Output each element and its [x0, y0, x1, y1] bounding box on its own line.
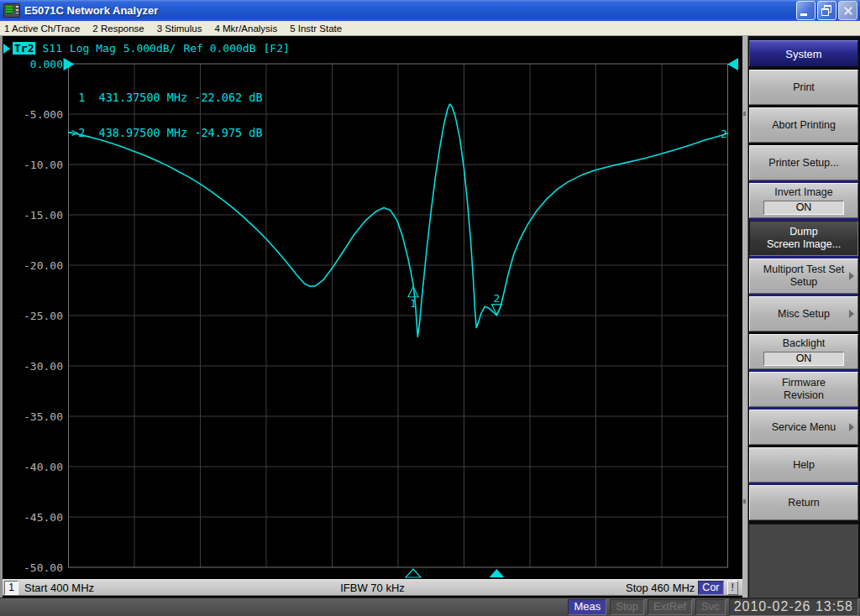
trace-name-badge[interactable]: Tr2 — [13, 42, 35, 55]
svg-text:-30.00: -30.00 — [24, 360, 63, 373]
softkey-return[interactable]: Return — [749, 485, 858, 520]
softkey-abort-printing[interactable]: Abort Printing — [749, 107, 858, 143]
channel-number-badge: 1 — [4, 581, 18, 595]
softkey-printer-setup[interactable]: Printer Setup... — [749, 145, 858, 180]
svg-text:-40.00: -40.00 — [24, 461, 63, 473]
softkey-help[interactable]: Help — [749, 447, 858, 483]
marker-row-1: 1431.37500 MHz-22.062 dB — [71, 91, 263, 103]
trace-format[interactable]: Log Mag — [70, 42, 116, 55]
window-controls — [796, 1, 857, 20]
status-clock: 2010-02-26 13:58 — [729, 598, 858, 616]
trace-channel: [F2] — [263, 42, 289, 55]
softkey-column: System Print Abort Printing Printer Setu… — [748, 36, 860, 598]
svg-text:2: 2 — [494, 292, 501, 305]
window-title: E5071C Network Analyzer — [24, 4, 158, 17]
title-bar: E5071C Network Analyzer — [0, 0, 860, 21]
submenu-arrow-icon — [849, 310, 854, 318]
channel-status-bar: 1 Start 400 MHz IFBW 70 kHz Stop 460 MHz… — [3, 579, 742, 596]
marker-readout-table: 1431.37500 MHz-22.062 dB >2438.97500 MHz… — [71, 68, 263, 162]
svg-text:-25.00: -25.00 — [24, 310, 63, 322]
softkey-invert-image[interactable]: Invert Image ON — [749, 183, 858, 218]
softkey-dump-screen-image[interactable]: Dump Screen Image... — [749, 221, 858, 256]
svg-text:-10.00: -10.00 — [24, 159, 63, 171]
svg-text:-5.000: -5.000 — [24, 108, 63, 121]
marker-row-2: >2438.97500 MHz-24.975 dB — [71, 127, 263, 138]
start-frequency-label: Start 400 MHz — [24, 582, 94, 594]
status-extref: ExtRef — [648, 599, 692, 615]
softkey-firmware-revision[interactable]: Firmware Revision — [749, 372, 858, 407]
menu-mkr-analysis[interactable]: 4 Mkr/Analysis — [214, 23, 277, 34]
trace-measurement[interactable]: S11 — [42, 42, 61, 55]
svg-text:-15.00: -15.00 — [24, 209, 63, 222]
softkey-scroll-strip[interactable] — [742, 36, 748, 598]
marker-1-number: 1 — [78, 91, 85, 104]
softkey-multiport-test-set-setup[interactable]: Multiport Test Set Setup — [749, 258, 858, 294]
svg-text:1: 1 — [410, 297, 417, 310]
svg-text:-50.00: -50.00 — [24, 561, 63, 574]
softkey-service-menu[interactable]: Service Menu — [749, 410, 858, 445]
softkey-misc-setup[interactable]: Misc Setup — [749, 296, 858, 331]
correction-status-badge: Cor — [698, 581, 723, 595]
active-trace-pointer-icon — [3, 44, 10, 54]
menu-instr-state[interactable]: 5 Instr State — [290, 23, 342, 34]
backlight-toggle-state: ON — [763, 352, 844, 366]
instrument-display: 0.000-5.000-10.00-15.00-20.00-25.00-30.0… — [0, 36, 742, 598]
marker-2-value: -24.975 dB — [194, 126, 262, 139]
trace-status-line: Tr2 S11 Log Mag 5.000dB/ Ref 0.000dB [F2… — [3, 42, 297, 55]
menu-active-ch-trace[interactable]: 1 Active Ch/Trace — [4, 23, 80, 34]
trace-scale[interactable]: 5.000dB/ — [123, 42, 176, 55]
softkey-panel-empty-area — [749, 524, 858, 598]
softkey-print[interactable]: Print — [749, 70, 858, 105]
marker-1-frequency: 431.37500 MHz — [99, 91, 188, 104]
minimize-button[interactable] — [796, 1, 815, 20]
status-stop: Stop — [610, 599, 644, 615]
marker-2-frequency: 438.97500 MHz — [99, 126, 188, 139]
close-button[interactable] — [838, 1, 857, 20]
menu-stimulus[interactable]: 3 Stimulus — [157, 23, 202, 34]
restore-button[interactable] — [817, 1, 836, 20]
svg-text:0.000: 0.000 — [30, 58, 63, 70]
status-meas: Meas — [568, 599, 606, 615]
softkey-menu-title: System — [749, 40, 858, 66]
instrument-window: E5071C Network Analyzer 1 Active Ch/Trac… — [0, 0, 860, 616]
trace-reference[interactable]: Ref 0.000dB — [183, 42, 255, 55]
marker-2-number: 2 — [78, 126, 85, 139]
menu-bar: 1 Active Ch/Trace 2 Response 3 Stimulus … — [0, 21, 860, 36]
softkey-backlight[interactable]: Backlight ON — [749, 334, 858, 369]
app-icon — [3, 3, 20, 18]
svg-text:-35.00: -35.00 — [24, 410, 63, 423]
stop-frequency-label: Stop 460 MHz — [626, 582, 695, 594]
marker-1-select-flag — [71, 91, 78, 104]
menu-response[interactable]: 2 Response — [92, 23, 144, 34]
status-svc: Svc — [695, 599, 726, 615]
submenu-arrow-icon — [849, 423, 854, 431]
submenu-arrow-icon — [849, 272, 854, 280]
marker-2-select-flag: > — [71, 126, 78, 139]
ifbw-label: IFBW 70 kHz — [340, 582, 405, 594]
system-status-bar: Meas Stop ExtRef Svc 2010-02-26 13:58 — [0, 598, 860, 616]
warning-badge: ! — [727, 581, 738, 595]
marker-1-value: -22.062 dB — [194, 91, 262, 104]
svg-text:-20.00: -20.00 — [24, 259, 63, 272]
softkey-panel: System Print Abort Printing Printer Setu… — [742, 36, 860, 598]
svg-text:2: 2 — [721, 128, 727, 140]
invert-image-toggle-state: ON — [763, 201, 844, 215]
channel-bar-right-group: Stop 460 MHz Cor ! — [626, 581, 738, 595]
svg-text:-45.00: -45.00 — [24, 511, 63, 524]
